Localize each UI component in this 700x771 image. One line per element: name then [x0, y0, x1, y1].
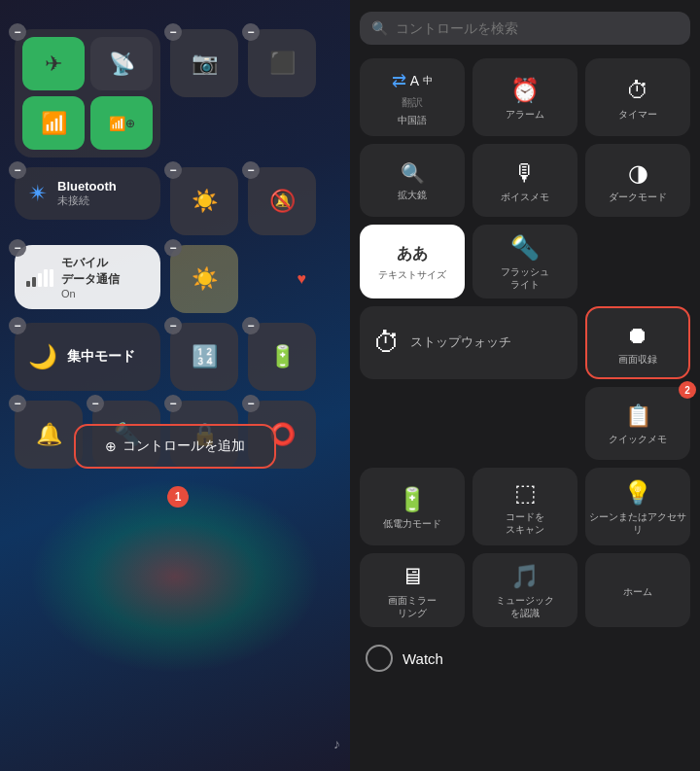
wifi-icon: 📶	[41, 111, 67, 136]
flashlight-right-label: フラッシュライト	[501, 265, 549, 291]
translate-a: A	[410, 73, 419, 88]
screen-mirror-label: 画面ミラーリング	[388, 594, 437, 619]
minus-badge-connectivity[interactable]: −	[9, 23, 26, 41]
screen-mirror-icon: 🖥	[401, 563, 424, 590]
badge-2: 2	[679, 381, 696, 399]
qr-scan-btn[interactable]: ⬚ コードをスキャン	[472, 468, 578, 545]
qr-icon: ⬚	[514, 479, 537, 507]
brightness2-btn[interactable]: ☀️	[170, 245, 238, 313]
camera-icon: 📷	[192, 51, 218, 76]
quick-memo-icon: 📋	[625, 403, 651, 429]
search-bar[interactable]: 🔍	[360, 12, 690, 45]
plus-icon: ⊕	[105, 438, 117, 454]
sun-icon: ☀️	[192, 266, 218, 292]
bluetooth-status: 未接続	[57, 193, 117, 208]
flashlight-right-btn[interactable]: 🔦 フラッシュライト	[472, 225, 578, 298]
add-control-label: コントロールを追加	[122, 438, 245, 455]
lightbulb-icon: 💡	[623, 479, 652, 507]
timer-icon: ⏱	[626, 77, 649, 104]
minus-badge-extra[interactable]: −	[242, 395, 260, 412]
screen-record-btn[interactable]: ⏺ 画面収録	[585, 306, 690, 379]
low-power-label: 低電力モード	[383, 517, 441, 530]
calculator-btn[interactable]: 🔢	[170, 323, 238, 391]
connectivity-block: ✈ 📡 📶 📶 ⊕	[15, 29, 160, 158]
moon-icon: 🌙	[28, 343, 57, 370]
airplane-mode-btn[interactable]: ✈	[22, 37, 85, 90]
alarm-icon: ⏰	[510, 77, 540, 104]
mobile-text: モバイルデータ通信 On	[61, 255, 120, 299]
music-id-btn[interactable]: 🎵 ミュージックを認識	[472, 553, 578, 627]
minus-badge-battery[interactable]: −	[242, 317, 260, 334]
qr-label: コードをスキャン	[506, 510, 544, 536]
translate-btn[interactable]: ⇄ A 中 翻訳 中国語	[360, 58, 465, 136]
voice-memo-btn[interactable]: 🎙 ボイスメモ	[472, 144, 578, 217]
bluetooth-title: Bluetooth	[57, 179, 117, 193]
search-input[interactable]	[396, 20, 679, 36]
alarm-btn[interactable]: ⏰ アラーム	[472, 58, 578, 136]
magnifier-label: 拡大鏡	[398, 189, 427, 201]
minus-badge-focus[interactable]: −	[9, 317, 26, 334]
bluetooth-block[interactable]: ✴ Bluetooth 未接続	[15, 167, 160, 220]
screen-record-icon: ⏺	[626, 322, 649, 349]
bluetooth-icon: ✴	[28, 180, 48, 207]
low-power-icon: 🔋	[398, 486, 427, 513]
minus-badge-brightness[interactable]: −	[164, 161, 182, 179]
battery-btn[interactable]: 🔋	[248, 323, 316, 391]
airdrop-btn[interactable]: 📡	[90, 37, 153, 90]
voice-memo-icon: 🎙	[513, 159, 537, 187]
mobile-block[interactable]: モバイルデータ通信 On	[15, 245, 160, 309]
minus-badge-screen[interactable]: −	[242, 23, 260, 41]
text-size-btn[interactable]: ああ テキストサイズ	[360, 225, 465, 298]
low-power-btn[interactable]: 🔋 低電力モード	[360, 468, 465, 545]
scene-accessory-btn[interactable]: 💡 シーンまたはアクセサリ	[585, 468, 690, 545]
minus-badge-camera[interactable]: −	[164, 23, 182, 41]
signal-bars	[26, 267, 53, 287]
focus-block[interactable]: 🌙 集中モード	[15, 323, 160, 391]
badge-1: 1	[167, 486, 189, 508]
quick-memo-btn[interactable]: 2 📋 クイックメモ	[585, 387, 690, 460]
flashlight-right-icon: 🔦	[510, 234, 540, 262]
minus-badge-bell[interactable]: −	[9, 395, 26, 412]
magnifier-icon: 🔍	[401, 161, 425, 185]
airdrop-icon: 📡	[109, 52, 135, 77]
minus-badge-bt[interactable]: −	[9, 161, 26, 179]
empty1	[360, 387, 465, 460]
mute-btn[interactable]: 🔕	[248, 167, 316, 235]
quick-memo-label: クイックメモ	[609, 433, 667, 445]
empty-cell	[585, 225, 690, 298]
mute-icon: 🔕	[269, 189, 296, 214]
minus-badge-mute[interactable]: −	[242, 161, 260, 179]
magnifier-btn[interactable]: 🔍 拡大鏡	[360, 144, 465, 217]
minus-badge-focus2[interactable]: −	[164, 239, 182, 257]
timer-btn[interactable]: ⏱ タイマー	[585, 58, 690, 136]
add-control-button[interactable]: ⊕ コントロールを追加	[74, 424, 276, 469]
screen-btn[interactable]: ⬛	[248, 29, 316, 97]
voice-memo-label: ボイスメモ	[501, 191, 549, 203]
minus-badge-calc[interactable]: −	[164, 317, 182, 334]
empty2	[472, 387, 578, 460]
brightness-btn[interactable]: ☀️	[170, 167, 238, 235]
screen-mirror-btn[interactable]: 🖥 画面ミラーリング	[360, 553, 465, 627]
camera-btn[interactable]: 📷	[170, 29, 238, 97]
translate-icon: ⇄	[392, 70, 406, 91]
mobile-status: On	[61, 288, 120, 299]
music-id-label: ミュージックを認識	[496, 594, 554, 619]
airplane-icon: ✈	[45, 52, 62, 77]
alarm-label: アラーム	[506, 108, 544, 121]
wifi-btn[interactable]: 📶	[22, 96, 85, 150]
minus-badge-flashlight[interactable]: −	[87, 395, 104, 412]
brightness-icon: ☀️	[192, 189, 218, 214]
calculator-icon: 🔢	[192, 344, 218, 369]
stopwatch-icon: ⏱	[373, 327, 401, 359]
timer-label: タイマー	[618, 108, 657, 121]
minus-badge-lock[interactable]: −	[164, 395, 182, 412]
minus-badge-mobile[interactable]: −	[9, 239, 26, 257]
shazam-icon: 🎵	[510, 563, 540, 590]
stopwatch-btn[interactable]: ⏱ ストップウォッチ	[360, 306, 578, 379]
dark-mode-btn[interactable]: ◑ ダークモード	[585, 144, 690, 217]
cellular-btn[interactable]: 📶 ⊕	[90, 96, 153, 150]
bell-btn[interactable]: 🔔	[15, 401, 83, 469]
home-btn[interactable]: ホーム	[585, 553, 690, 627]
focus-label: 集中モード	[67, 348, 135, 366]
watch-row[interactable]: Watch	[360, 635, 690, 682]
